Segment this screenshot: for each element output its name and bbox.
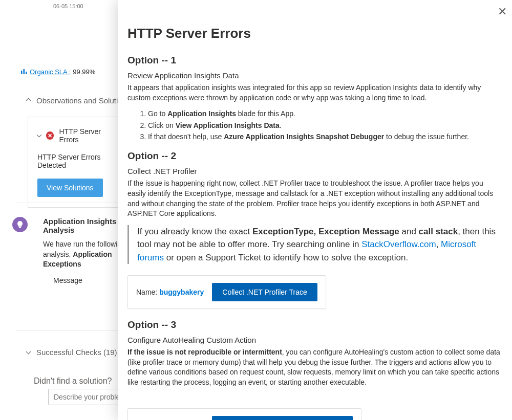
solutions-panel: ✕ HTTP Server Errors Option -- 1 Review …: [118, 0, 512, 420]
error-card: ✕ HTTP Server Errors HTTP Server Errors …: [28, 117, 130, 208]
close-icon[interactable]: ✕: [498, 5, 507, 18]
panel-title: HTTP Server Errors: [127, 26, 503, 41]
message-column-header: Message: [53, 276, 82, 284]
option-2-heading: Option -- 2: [127, 150, 503, 162]
observations-header[interactable]: Observations and Solutions: [27, 96, 130, 105]
lightbulb-icon: [12, 217, 28, 232]
describe-problem-input[interactable]: [48, 389, 130, 405]
option-3-subtitle: Configure AutoHealing Custom Action: [127, 336, 503, 344]
chart-time-tick: 06-05 15:00: [53, 3, 83, 9]
option-1-heading: Option -- 1: [127, 55, 503, 66]
svg-rect-0: [21, 71, 23, 74]
error-title: HTTP Server Errors: [59, 127, 120, 144]
step-3: If that doesn't help, use Azure Applicat…: [148, 131, 503, 142]
option-3-body: If the issue is not reproducible or inte…: [127, 347, 503, 387]
chevron-down-icon[interactable]: [37, 132, 42, 138]
divider: [16, 330, 133, 331]
chevron-down-icon: [26, 349, 31, 354]
organic-sla-link[interactable]: Organic SLA :: [30, 68, 71, 76]
collect-profiler-button[interactable]: Collect .NET Profiler Trace: [212, 283, 317, 301]
error-icon: ✕: [46, 131, 54, 140]
sla-value: 99.99%: [73, 68, 95, 76]
profiler-action-box: Name: buggybakery Collect .NET Profiler …: [127, 275, 326, 309]
successful-checks-header[interactable]: Successful Checks (19): [27, 348, 117, 357]
option-2-quote: If you already know the exact ExceptionT…: [127, 225, 503, 264]
option-2-subtitle: Collect .NET Profiler: [127, 167, 503, 175]
option-1-body: It appears that application insights was…: [127, 83, 503, 103]
svg-rect-1: [24, 69, 25, 74]
observations-label: Observations and Solutions: [36, 96, 130, 105]
option-3-heading: Option -- 3: [127, 319, 503, 330]
sla-row: Organic SLA : 99.99%: [20, 68, 95, 76]
step-2: Click on View Application Insights Data.: [148, 120, 503, 131]
chevron-up-icon: [26, 98, 31, 103]
option-1-subtitle: Review Application Insights Data: [127, 71, 503, 80]
successful-checks-label: Successful Checks (19): [36, 348, 117, 357]
bar-chart-icon: [20, 68, 28, 76]
error-subtitle: HTTP Server Errors Detected: [37, 153, 120, 169]
autoheal-action-box: Name: buggybakery Configure AutoHealing …: [127, 408, 361, 420]
configure-autoheal-button[interactable]: Configure AutoHealing Custom Action: [212, 416, 352, 420]
svg-rect-2: [26, 72, 27, 74]
view-solutions-button[interactable]: View Solutions: [37, 179, 103, 197]
no-solution-text: Didn't find a solution?: [34, 377, 112, 386]
step-1: Go to Application Insights blade for thi…: [148, 108, 503, 119]
stackoverflow-link[interactable]: StackOverflow.com: [361, 239, 436, 249]
background-content: 06-05 15:00 Organic SLA : 99.99% Observa…: [0, 0, 133, 420]
divider: [16, 203, 133, 203]
profiler-name-label: Name: buggybakery: [136, 288, 204, 296]
option-1-steps: Go to Application Insights blade for thi…: [148, 108, 503, 142]
option-2-body: If the issue is happening right now, col…: [127, 179, 503, 218]
